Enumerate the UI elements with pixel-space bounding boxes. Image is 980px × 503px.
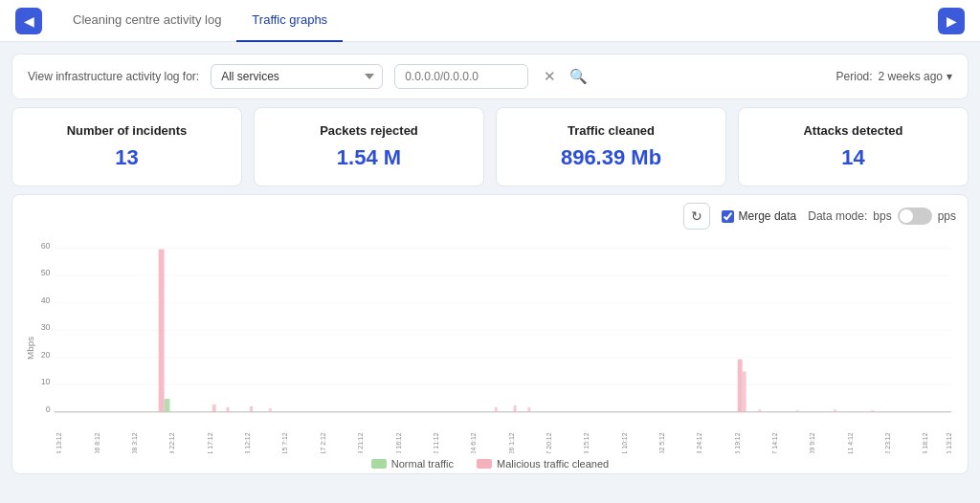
- svg-text:2023-01-11 4:12: 2023-01-11 4:12: [847, 432, 854, 453]
- svg-text:2023-12-20 16:12: 2023-12-20 16:12: [395, 432, 402, 453]
- stat-value-attacks: 14: [758, 145, 948, 170]
- svg-rect-25: [738, 360, 743, 412]
- forward-button[interactable]: ▶: [938, 8, 965, 34]
- stat-label-incidents: Number of incidents: [32, 123, 222, 138]
- clear-filter-button[interactable]: ✕: [540, 66, 560, 87]
- toggle-slider: [898, 208, 932, 225]
- svg-text:2023-01-09 9:12: 2023-01-09 9:12: [809, 432, 815, 453]
- bps-label: bps: [873, 209, 891, 223]
- svg-rect-24: [527, 407, 530, 412]
- chart-svg-wrapper: Mbps 60 50 40 30 20 10 0: [24, 233, 956, 456]
- clear-icon: ✕: [544, 68, 556, 84]
- legend-label-normal: Normal traffic: [391, 458, 454, 470]
- bps-pps-toggle[interactable]: [898, 208, 932, 225]
- stat-card-attacks: Attacks detected 14: [738, 107, 969, 186]
- svg-text:2023-12-31 10:12: 2023-12-31 10:12: [621, 432, 628, 453]
- stat-label-attacks: Attacks detected: [758, 123, 948, 138]
- stat-value-traffic: 896.39 Mb: [516, 145, 706, 170]
- svg-text:40: 40: [41, 295, 51, 305]
- filter-actions: ✕ 🔍: [540, 66, 591, 87]
- svg-text:10: 10: [41, 377, 51, 386]
- svg-text:2023-01-16 13:12: 2023-01-16 13:12: [946, 432, 952, 453]
- data-mode-toggle: Data mode: bps pps: [808, 208, 956, 225]
- header-right: ▶: [938, 8, 965, 34]
- svg-text:20: 20: [41, 350, 51, 360]
- back-icon: ◀: [24, 13, 34, 29]
- search-button[interactable]: 🔍: [566, 66, 591, 87]
- svg-rect-20: [250, 406, 253, 412]
- app-container: ◀ Cleaning centre activity log Traffic g…: [0, 0, 980, 503]
- svg-text:2023-12-06 8:12: 2023-12-06 8:12: [94, 432, 100, 453]
- stat-value-incidents: 13: [32, 145, 222, 170]
- legend-label-malicious: Malicious traffic cleaned: [497, 458, 609, 470]
- service-select[interactable]: All services: [211, 64, 383, 89]
- stat-card-incidents: Number of incidents 13: [11, 107, 242, 186]
- svg-rect-23: [514, 405, 517, 412]
- svg-rect-22: [495, 407, 498, 412]
- svg-rect-28: [796, 410, 799, 412]
- tab-traffic-graphs[interactable]: Traffic graphs: [236, 0, 343, 42]
- traffic-chart: Mbps 60 50 40 30 20 10 0: [24, 233, 956, 453]
- svg-text:60: 60: [41, 241, 51, 251]
- svg-text:2023-12-26 1:12: 2023-12-26 1:12: [508, 432, 515, 453]
- svg-text:2023-12-22 11:12: 2023-12-22 11:12: [433, 432, 439, 453]
- filter-bar: View infrastructure activity log for: Al…: [11, 54, 969, 99]
- svg-text:2023-12-15 7:12: 2023-12-15 7:12: [281, 432, 288, 453]
- svg-rect-26: [743, 372, 746, 412]
- period-value: 2 weeks ago: [879, 70, 943, 83]
- svg-rect-30: [871, 410, 874, 412]
- svg-text:2023-01-12 23:12: 2023-01-12 23:12: [884, 432, 891, 453]
- svg-text:2023-12-08 3:12: 2023-12-08 3:12: [131, 432, 138, 453]
- stat-card-traffic: Traffic cleaned 896.39 Mb: [496, 107, 726, 186]
- stat-card-packets: Packets rejected 1.54 M: [254, 107, 484, 186]
- svg-text:2023-12-18 21:12: 2023-12-18 21:12: [357, 432, 364, 453]
- period-select-button[interactable]: 2 weeks ago ▾: [879, 70, 952, 83]
- merge-data-checkbox[interactable]: Merge data: [722, 209, 797, 223]
- filter-label: View infrastructure activity log for:: [28, 70, 199, 83]
- svg-text:0: 0: [46, 405, 51, 414]
- legend-swatch-normal: [371, 459, 387, 469]
- period-section: Period: 2 weeks ago ▾: [836, 70, 952, 83]
- svg-text:2023-12-04 13:12: 2023-12-04 13:12: [56, 432, 62, 453]
- chart-area: ↻ Merge data Data mode: bps pps Mbps: [11, 194, 969, 474]
- stat-label-traffic: Traffic cleaned: [516, 123, 706, 138]
- search-icon: 🔍: [569, 68, 588, 84]
- back-button[interactable]: ◀: [15, 8, 42, 34]
- legend-swatch-malicious: [477, 459, 492, 469]
- svg-text:2023-01-07 14:12: 2023-01-07 14:12: [771, 432, 778, 453]
- svg-text:2023-01-05 19:12: 2023-01-05 19:12: [734, 432, 741, 453]
- svg-rect-21: [269, 408, 272, 412]
- stat-label-packets: Packets rejected: [274, 123, 464, 138]
- svg-rect-18: [212, 405, 216, 412]
- svg-rect-27: [758, 409, 761, 412]
- period-label: Period:: [836, 70, 873, 83]
- chevron-down-icon: ▾: [947, 70, 952, 83]
- svg-text:2023-12-29 15:12: 2023-12-29 15:12: [583, 432, 590, 453]
- svg-text:Mbps: Mbps: [25, 337, 35, 360]
- ip-filter-input[interactable]: [394, 64, 528, 89]
- tab-activity-log[interactable]: Cleaning centre activity log: [57, 0, 236, 42]
- stats-row: Number of incidents 13 Packets rejected …: [11, 107, 969, 186]
- refresh-button[interactable]: ↻: [683, 203, 710, 230]
- svg-rect-17: [165, 399, 170, 412]
- pps-label: pps: [938, 209, 956, 223]
- chart-legend: Normal traffic Malicious traffic cleaned: [24, 458, 956, 470]
- stat-value-packets: 1.54 M: [274, 145, 464, 170]
- svg-text:2023-12-09 22:12: 2023-12-09 22:12: [168, 432, 175, 453]
- svg-text:2023-01-03 24:12: 2023-01-03 24:12: [696, 432, 702, 453]
- svg-text:2023-12-27 20:12: 2023-12-27 20:12: [546, 432, 552, 453]
- chart-toolbar: ↻ Merge data Data mode: bps pps: [24, 203, 956, 230]
- svg-rect-16: [159, 250, 165, 412]
- legend-item-normal: Normal traffic: [371, 458, 454, 470]
- svg-text:50: 50: [41, 268, 51, 277]
- svg-rect-19: [227, 407, 230, 412]
- svg-text:2023-01-02 5:12: 2023-01-02 5:12: [658, 432, 665, 453]
- data-mode-label: Data mode:: [808, 209, 867, 223]
- header-tabs: ◀ Cleaning centre activity log Traffic g…: [0, 0, 980, 42]
- svg-text:2023-12-17 2:12: 2023-12-17 2:12: [320, 432, 326, 453]
- svg-text:2023-12-13 12:12: 2023-12-13 12:12: [244, 432, 251, 453]
- svg-text:2023-12-24 6:12: 2023-12-24 6:12: [470, 432, 477, 453]
- merge-label: Merge data: [739, 209, 797, 223]
- svg-text:30: 30: [41, 322, 51, 332]
- forward-icon: ▶: [947, 13, 957, 29]
